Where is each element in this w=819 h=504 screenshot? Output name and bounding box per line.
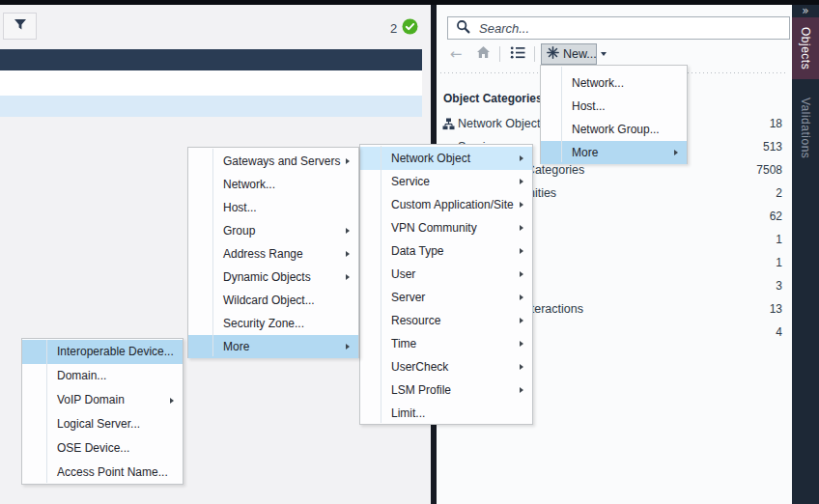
new-object-button[interactable]: New...	[541, 43, 597, 65]
submenu-arrow-icon	[346, 251, 350, 257]
menu-item-access-point-name[interactable]: Access Point Name...	[22, 461, 183, 485]
menu-item-domain[interactable]: Domain...	[22, 364, 183, 388]
submenu-arrow-icon	[346, 344, 350, 350]
submenu-arrow-icon	[674, 150, 678, 155]
menu-item-more[interactable]: More	[541, 141, 687, 164]
menu-item-resource[interactable]: Resource	[360, 309, 532, 332]
submenu-arrow-icon	[520, 341, 523, 347]
tab-objects[interactable]: Objects	[792, 17, 819, 79]
submenu-arrow-icon	[520, 225, 523, 231]
submenu-arrow-icon	[346, 274, 350, 280]
menu-item-host[interactable]: Host...	[541, 95, 687, 118]
home-button[interactable]	[473, 43, 493, 65]
menu-item-limit[interactable]: Limit...	[360, 402, 532, 425]
validation-count: 2	[390, 21, 397, 36]
menu-item-vpn-community[interactable]: VPN Community	[360, 216, 532, 239]
search-input[interactable]	[477, 18, 789, 38]
submenu-arrow-icon	[520, 202, 523, 208]
back-arrow-icon: ←	[450, 45, 463, 63]
submenu-arrow-icon	[170, 398, 174, 404]
tab-validations[interactable]: Validations	[792, 84, 819, 173]
menu-item-server[interactable]: Server	[360, 286, 532, 309]
menu-item-service[interactable]: Service	[360, 170, 532, 193]
menu-item-gateways-and-servers[interactable]: Gateways and Servers	[188, 150, 358, 173]
toolbar-separator	[534, 46, 535, 62]
menu-item-logical-server[interactable]: Logical Server...	[22, 412, 183, 436]
submenu-arrow-icon	[520, 271, 523, 277]
submenu-arrow-icon	[520, 155, 523, 161]
new-star-icon	[547, 45, 559, 63]
toolbar-separator	[499, 46, 500, 62]
menu-item-user[interactable]: User	[360, 263, 532, 286]
submenu-arrow-icon	[520, 248, 523, 254]
menu-item-network[interactable]: Network...	[188, 173, 358, 196]
menu-item-network-object[interactable]: Network Object	[360, 147, 532, 170]
submenu-arrow-icon	[520, 179, 523, 184]
smartconsole-window: 2 ←	[0, 0, 819, 504]
menu-item-custom-application-site[interactable]: Custom Application/Site	[360, 193, 532, 216]
menu-item-network[interactable]: Network...	[541, 71, 687, 95]
filter-funnel-icon	[14, 17, 27, 35]
table-header-bar	[0, 49, 422, 70]
submenu-arrow-icon	[520, 364, 523, 370]
list-view-button[interactable]	[507, 43, 528, 65]
menu-item-data-type[interactable]: Data Type	[360, 239, 532, 263]
submenu-arrow-icon	[520, 387, 523, 393]
submenu-arrow-icon	[346, 228, 350, 234]
menu-item-network-group[interactable]: Network Group...	[541, 118, 687, 141]
submenu-arrow-icon	[520, 294, 523, 300]
menu-item-ose-device[interactable]: OSE Device...	[22, 436, 183, 461]
object-categories-heading: Object Categories	[443, 92, 543, 105]
objects-toolbar: ←	[437, 43, 792, 65]
green-check-icon	[402, 18, 418, 39]
new-dropdown-menu: Network... Host... Network Group... More	[540, 65, 688, 164]
menu-item-host[interactable]: Host...	[188, 196, 358, 219]
collapse-panel-icon[interactable]: »	[792, 5, 819, 18]
network-object-more-submenu: Interoperable Device... Domain... VoIP D…	[21, 338, 184, 485]
menu-item-voip-domain[interactable]: VoIP Domain	[22, 388, 183, 412]
submenu-arrow-icon	[520, 318, 523, 323]
menu-item-interoperable-device[interactable]: Interoperable Device...	[22, 340, 183, 364]
menu-item-usercheck[interactable]: UserCheck	[360, 355, 532, 378]
new-button-label: New...	[563, 47, 597, 61]
network-object-submenu: Gateways and Servers Network... Host... …	[187, 147, 359, 358]
menu-item-dynamic-objects[interactable]: Dynamic Objects	[188, 266, 358, 289]
menu-item-more[interactable]: More	[188, 335, 358, 358]
filter-button[interactable]	[3, 13, 37, 40]
chevron-down-icon	[601, 52, 607, 56]
menu-item-wildcard-object[interactable]: Wildcard Object...	[188, 289, 358, 312]
menu-item-time[interactable]: Time	[360, 332, 532, 355]
back-button[interactable]: ←	[446, 43, 466, 65]
menu-item-address-range[interactable]: Address Range	[188, 242, 358, 266]
menu-item-security-zone[interactable]: Security Zone...	[188, 312, 358, 335]
network-objects-icon	[442, 118, 458, 130]
table-row[interactable]	[0, 70, 422, 96]
menu-item-group[interactable]: Group	[188, 219, 358, 242]
search-box	[447, 16, 790, 40]
list-view-icon	[510, 45, 525, 64]
menu-item-lsm-profile[interactable]: LSM Profile	[360, 378, 532, 402]
submenu-arrow-icon	[346, 158, 350, 164]
validation-status: 2	[390, 18, 418, 39]
search-icon	[456, 19, 470, 38]
home-icon	[476, 45, 491, 63]
side-tab-strip: » Objects Validations	[792, 5, 819, 504]
table-row-selected[interactable]	[0, 96, 422, 117]
more-submenu: Network Object Service Custom Applicatio…	[359, 144, 533, 425]
